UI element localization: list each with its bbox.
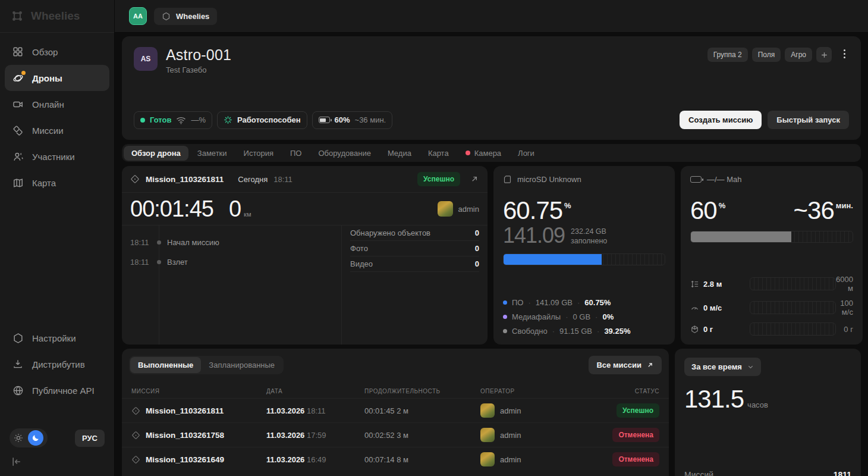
weight-icon <box>690 325 699 334</box>
tab-logs[interactable]: Логи <box>510 146 542 161</box>
workspace-switcher[interactable]: Wheelies <box>154 8 217 25</box>
flight-limit-gauges: 2.8 м 6000 м 0 м/с <box>690 275 853 336</box>
tag-group[interactable]: Группа 2 <box>707 48 748 62</box>
org-avatar[interactable]: AA <box>129 7 147 25</box>
health-spinner-icon <box>224 115 232 124</box>
legend-dot <box>503 329 507 333</box>
sidebar-item-members[interactable]: Участники <box>5 143 109 170</box>
sidebar-item-label: Обзор <box>32 47 58 57</box>
open-mission-icon[interactable] <box>470 174 479 184</box>
battery-time-value: ~36 <box>794 196 834 224</box>
sidebar-item-missions[interactable]: Миссии <box>5 117 109 143</box>
mission-timeline: 18:11 Начал миссию 18:11 Взлет <box>122 226 341 345</box>
sidebar-item-label: Миссии <box>32 126 64 136</box>
tab-software[interactable]: ПО <box>282 146 309 161</box>
storage-percent: 60.75 <box>503 196 562 224</box>
legend-row-free: Свободно· 91.15 GB· 39.25% <box>503 327 665 336</box>
download-icon <box>12 358 24 370</box>
arrow-up-right-icon <box>646 361 654 369</box>
add-tag-button[interactable] <box>816 47 832 62</box>
gauge-bar <box>750 301 836 314</box>
mission-diamond-icon <box>131 406 140 415</box>
create-mission-button[interactable]: Создать миссию <box>680 111 762 129</box>
battery-percent: 60% <box>335 115 350 124</box>
tab-media[interactable]: Медиа <box>380 146 419 161</box>
sidebar-item-overview[interactable]: Обзор <box>5 39 109 65</box>
tab-completed-missions[interactable]: Выполненные <box>130 357 201 373</box>
theme-toggle[interactable] <box>10 428 48 447</box>
mission-distance: 0 <box>229 198 241 220</box>
mission-diamond-icon <box>131 431 140 440</box>
users-icon <box>12 151 24 162</box>
sidebar-item-online[interactable]: Онлайн <box>5 91 109 117</box>
tag-fields[interactable]: Поля <box>752 48 781 62</box>
status-chip-health: Работоспособен <box>217 111 307 129</box>
last-mission-card: Mission_1103261811 Сегодня 18:11 Успешно… <box>122 166 488 345</box>
battery-bar-fill <box>691 231 791 242</box>
drone-icon <box>12 72 24 84</box>
collapse-row <box>5 447 109 468</box>
tab-history[interactable]: История <box>236 146 281 161</box>
chevron-down-icon <box>747 364 754 370</box>
wifi-icon <box>176 116 186 124</box>
timeline-dot <box>157 260 161 264</box>
tab-equipment[interactable]: Оборудование <box>310 146 378 161</box>
ready-dot <box>140 118 145 123</box>
tag-agro[interactable]: Агро <box>785 48 812 62</box>
sidebar-item-distributive[interactable]: Дистрибутив <box>5 351 109 377</box>
status-badge: Отменена <box>612 452 659 466</box>
table-row[interactable]: Mission_1103261758 11.03.2026 17:59 00:0… <box>122 422 669 447</box>
missions-icon <box>12 124 24 136</box>
all-missions-button[interactable]: Все миссии <box>589 356 662 374</box>
tab-planned-missions[interactable]: Запланированные <box>201 357 282 373</box>
grid-icon <box>12 46 24 58</box>
sidebar-item-map[interactable]: Карта <box>5 170 109 196</box>
app-logo: Wheelies <box>0 0 114 33</box>
status-badge: Отменена <box>612 428 659 442</box>
table-header: МИССИЯ ДАТА ПРОДОЛЖИТЕЛЬНОСТЬ ОПЕРАТОР С… <box>122 384 669 398</box>
storage-used-value: 141.09 <box>503 226 565 246</box>
sidebar: Wheelies Обзор Дроны Онлайн <box>0 0 115 476</box>
total-missions-row: Миссий 1811 <box>684 470 851 476</box>
table-row[interactable]: Mission_1103261811 11.03.2026 18:11 00:0… <box>122 398 669 422</box>
drone-subtitle: Test Газебо <box>166 65 231 74</box>
tab-camera[interactable]: Камера <box>458 146 509 161</box>
map-icon <box>12 177 24 189</box>
operator-avatar <box>480 403 495 418</box>
storage-percent-unit: % <box>564 201 571 210</box>
battery-card: —/— Mah 60% ~36мин. <box>681 166 863 345</box>
mission-diamond-icon <box>131 455 140 464</box>
tab-notes[interactable]: Заметки <box>190 146 235 161</box>
counter-row: Обнаружено объектов 0 <box>350 226 479 241</box>
gauge-speed: 0 м/с 100 м/с <box>690 299 853 317</box>
sidebar-item-label: Онлайн <box>32 99 64 109</box>
sidebar-item-label: Дроны <box>32 73 62 83</box>
battery-progress-bar <box>690 231 853 243</box>
content: AS Astro-001 Test Газебо Группа 2 Поля А… <box>115 33 868 476</box>
tab-map[interactable]: Карта <box>420 146 457 161</box>
collapse-sidebar-icon[interactable] <box>11 456 103 468</box>
sidebar-item-label: Настройки <box>32 333 76 343</box>
quick-launch-button[interactable]: Быстрый запуск <box>768 111 849 129</box>
sidebar-item-settings[interactable]: Настройки <box>5 325 109 351</box>
hexagon-icon <box>12 332 24 344</box>
app-logo-text: Wheelies <box>31 10 80 23</box>
sidebar-item-label: Участники <box>32 152 75 162</box>
status-badge: Успешно <box>617 403 659 418</box>
period-dropdown[interactable]: За все время <box>684 358 761 376</box>
legend-dot <box>503 300 507 305</box>
main-area: AA Wheelies AS Astro-001 Test Газебо <box>115 0 868 476</box>
tab-drone-overview[interactable]: Обзор дрона <box>124 146 188 161</box>
drone-menu-button[interactable] <box>840 47 849 61</box>
battery-outline-icon <box>690 176 702 183</box>
sidebar-item-public-api[interactable]: Публичное API <box>5 377 109 403</box>
language-button[interactable]: РУС <box>75 430 105 447</box>
total-hours-unit: часов <box>747 400 768 412</box>
counter-row: Фото 0 <box>350 241 479 256</box>
sidebar-item-drones[interactable]: Дроны <box>5 65 109 91</box>
moon-icon[interactable] <box>28 430 43 446</box>
timeline-event: 18:11 Начал миссию <box>122 233 341 252</box>
table-row[interactable]: Mission_1103261649 11.03.2026 16:49 00:0… <box>122 447 669 471</box>
sun-icon[interactable] <box>14 433 23 443</box>
mission-name: Mission_1103261811 <box>146 175 224 184</box>
